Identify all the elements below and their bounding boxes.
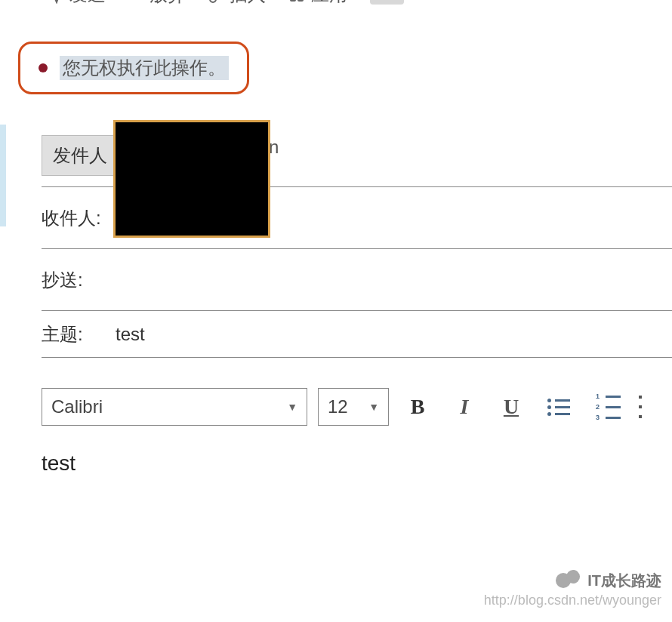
error-message: 您无权执行此操作。 — [60, 56, 229, 80]
svg-rect-3 — [297, 0, 304, 2]
from-value-fragment: n — [269, 137, 279, 158]
error-banner: 您无权执行此操作。 — [18, 42, 249, 94]
addon-label: 应用 — [311, 0, 347, 7]
insert-label: 插入 — [230, 0, 266, 7]
insert-button[interactable]: 插入 — [208, 0, 266, 7]
send-icon — [45, 0, 63, 4]
paperclip-icon — [208, 0, 223, 4]
watermark: IT成长路迹 http://blog.csdn.net/wyounger — [484, 570, 661, 608]
compose-toolbar: 发送 放弃 插入 应用 ••• — [0, 0, 672, 15]
font-dropdown[interactable]: Calibri ▼ — [42, 388, 307, 426]
chevron-down-icon: ▼ — [368, 401, 379, 413]
bullet-list-button[interactable] — [540, 399, 578, 416]
addon-icon — [288, 0, 305, 3]
close-icon — [128, 0, 143, 2]
subject-field[interactable] — [109, 324, 672, 345]
send-label: 发送 — [69, 0, 106, 7]
watermark-url: http://blog.csdn.net/wyounger — [484, 593, 661, 608]
more-button[interactable]: ••• — [370, 0, 404, 5]
chevron-down-icon: ▼ — [287, 401, 297, 413]
subject-row: 主题: — [42, 311, 672, 358]
cc-row: 抄送: — [42, 249, 672, 311]
to-label: 收件人: — [42, 206, 109, 230]
wechat-icon — [556, 570, 581, 591]
editor-body[interactable]: test — [0, 451, 672, 476]
fontsize-dropdown[interactable]: 12 ▼ — [318, 388, 389, 426]
bold-button[interactable]: B — [399, 389, 436, 425]
left-accent — [0, 125, 6, 226]
cc-field[interactable] — [109, 269, 672, 291]
svg-rect-2 — [290, 0, 296, 2]
redacted-block — [113, 120, 270, 238]
italic-button[interactable]: I — [446, 389, 482, 425]
discard-button[interactable]: 放弃 — [128, 0, 186, 7]
underline-button[interactable]: U — [493, 389, 529, 425]
numbered-list-button[interactable]: 1 2 3 — [588, 393, 628, 421]
more-icon: ••• — [370, 0, 404, 5]
subject-label: 主题: — [42, 322, 109, 346]
compose-form: n 发件人 收件人: 抄送: 主题: — [0, 125, 672, 358]
font-value: Calibri — [51, 396, 103, 417]
watermark-title: IT成长路迹 — [587, 571, 661, 591]
cc-label: 抄送: — [42, 268, 109, 292]
fontsize-value: 12 — [328, 396, 348, 417]
send-button[interactable]: 发送 — [45, 0, 106, 7]
error-dot-icon — [39, 63, 48, 72]
from-label[interactable]: 发件人 — [42, 135, 119, 176]
addon-button[interactable]: 应用 — [288, 0, 347, 7]
format-toolbar: Calibri ▼ 12 ▼ B I U 1 2 3 — [0, 388, 672, 426]
more-format-icon[interactable] — [639, 396, 642, 418]
discard-label: 放弃 — [150, 0, 186, 7]
